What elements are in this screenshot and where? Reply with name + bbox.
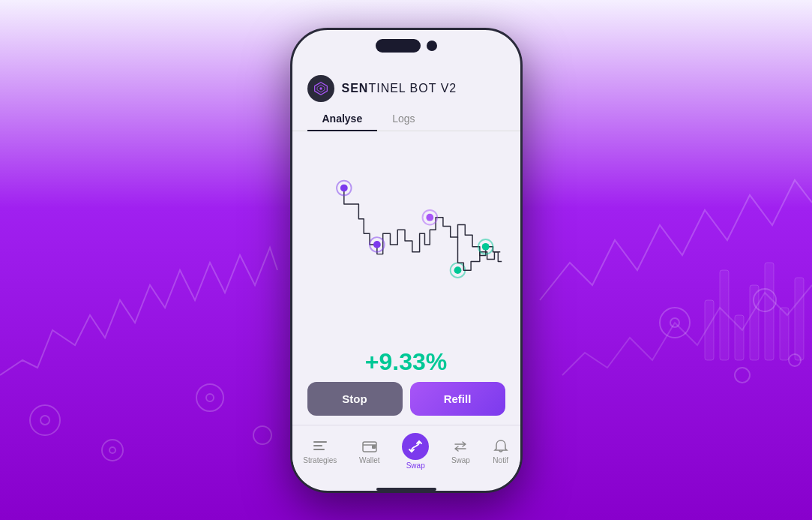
svg-point-29 — [454, 266, 461, 274]
notif-icon — [493, 438, 509, 455]
app-title: SENTINEL BOT V2 — [342, 82, 457, 95]
bottom-nav: Strategies Wallet — [292, 425, 520, 485]
nav-label-wallet: Wallet — [359, 456, 379, 464]
chart-svg — [304, 141, 509, 341]
svg-point-3 — [109, 447, 115, 453]
svg-rect-34 — [313, 449, 325, 450]
svg-point-11 — [789, 354, 801, 366]
svg-point-2 — [102, 440, 123, 461]
svg-rect-14 — [735, 315, 744, 360]
nav-label-swap-active: Swap — [406, 461, 425, 470]
nav-label-strategies: Strategies — [303, 456, 337, 464]
phone-notch — [376, 39, 437, 53]
svg-point-9 — [754, 289, 776, 311]
phone-device: SENTINEL BOT V2 Analyse Logs — [290, 28, 523, 493]
svg-rect-33 — [313, 445, 322, 446]
svg-rect-17 — [780, 308, 789, 360]
app-logo — [307, 75, 334, 102]
nav-item-swap2[interactable]: Swap — [445, 435, 476, 467]
strategies-icon — [312, 438, 328, 455]
svg-rect-16 — [765, 263, 774, 360]
nav-label-notif: Notif — [493, 456, 508, 464]
title-bold: SEN — [342, 82, 369, 95]
nav-item-notif[interactable]: Notif — [487, 435, 515, 467]
svg-point-6 — [253, 426, 271, 444]
svg-rect-13 — [720, 270, 729, 360]
notch-pill — [376, 39, 421, 53]
svg-point-21 — [319, 87, 322, 89]
stop-button[interactable]: Stop — [307, 382, 403, 416]
svg-point-25 — [373, 241, 380, 248]
svg-rect-12 — [705, 300, 714, 360]
swap-active-icon-wrap — [402, 433, 429, 460]
percentage-display: +9.33% — [292, 341, 520, 382]
svg-point-10 — [735, 368, 750, 383]
svg-point-5 — [206, 394, 214, 401]
swap2-icon — [452, 438, 469, 455]
svg-point-4 — [196, 384, 223, 411]
app-header: SENTINEL BOT V2 — [292, 68, 520, 108]
svg-rect-32 — [313, 441, 327, 443]
chart-area — [292, 137, 520, 341]
svg-rect-18 — [795, 278, 804, 360]
svg-rect-15 — [750, 285, 759, 360]
svg-point-27 — [426, 213, 433, 221]
svg-point-0 — [30, 405, 60, 435]
tab-analyse[interactable]: Analyse — [307, 108, 378, 131]
svg-point-23 — [340, 184, 347, 191]
svg-point-31 — [481, 242, 489, 250]
nav-item-wallet[interactable]: Wallet — [353, 435, 385, 467]
refill-button[interactable]: Refill — [410, 382, 505, 416]
wallet-icon — [361, 438, 378, 455]
svg-point-8 — [670, 318, 679, 327]
nav-item-swap-active[interactable]: Swap — [396, 430, 435, 473]
notch-camera — [427, 41, 437, 51]
home-indicator — [376, 488, 436, 491]
nav-label-swap2: Swap — [451, 456, 470, 464]
tab-logs[interactable]: Logs — [377, 108, 430, 131]
swap-active-icon — [407, 438, 424, 455]
nav-item-strategies[interactable]: Strategies — [297, 435, 343, 467]
svg-point-7 — [660, 308, 690, 338]
title-rest: TINEL BOT V2 — [368, 82, 457, 95]
svg-point-1 — [40, 416, 49, 425]
action-buttons: Stop Refill — [292, 382, 520, 425]
tabs-container: Analyse Logs — [292, 108, 520, 131]
